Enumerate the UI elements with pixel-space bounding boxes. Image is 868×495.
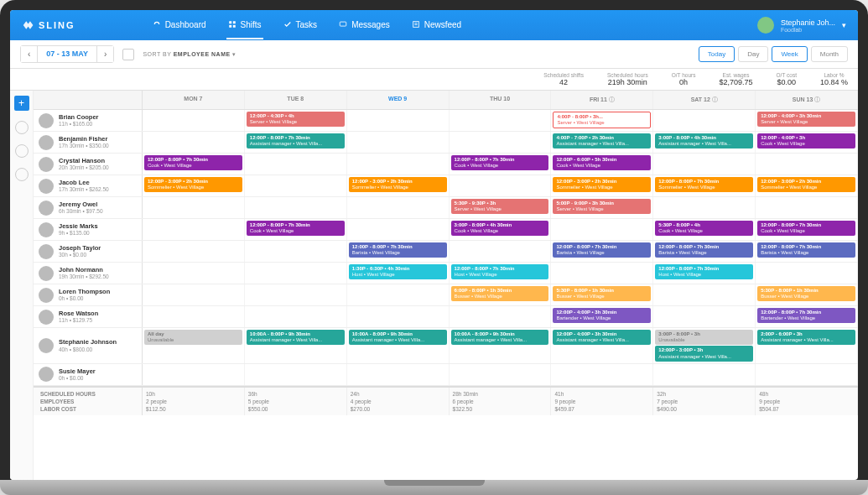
day-cell[interactable]: 10:00A - 8:00P • 9h 30minAssistant manag… (347, 328, 450, 363)
shift-block[interactable]: 12:00P - 3:00P • 3hAssistant manager • W… (655, 346, 753, 361)
shift-block[interactable]: 12:00P - 3:00P • 2h 30minSommelier • Wes… (757, 177, 855, 192)
day-header[interactable]: THU 10 (450, 91, 552, 109)
shift-block[interactable]: 12:00P - 4:00P • 3h 30minBartender • Wes… (553, 308, 651, 323)
day-cell[interactable]: 12:00P - 4:00P • 3h 30minServer • West V… (756, 110, 858, 131)
shift-block[interactable]: 12:00P - 3:00P • 2h 30minSommelier • Wes… (144, 177, 242, 192)
day-cell[interactable] (653, 284, 756, 305)
employee-cell[interactable]: Joseph Taylor30h • $0.00 (34, 241, 143, 262)
day-cell[interactable]: 5:30P - 8:00P • 1h 30minBusser • West Vi… (756, 284, 858, 305)
day-cell[interactable]: 12:00P - 3:00P • 2h 30minSommelier • Wes… (756, 175, 858, 196)
day-cell[interactable]: 12:00P - 8:00P • 7h 30minBarista • West … (551, 241, 653, 262)
prev-week-button[interactable]: ‹ (21, 46, 37, 62)
nav-tasks[interactable]: Tasks (282, 12, 320, 39)
shift-block[interactable]: 12:00P - 8:00P • 7h 30minBarista • West … (349, 242, 447, 258)
day-cell[interactable] (450, 241, 552, 262)
shift-block[interactable]: 10:00A - 8:00P • 9h 30minAssistant manag… (451, 330, 549, 345)
employee-cell[interactable]: Brian Cooper11h • $165.00 (34, 110, 143, 131)
employee-cell[interactable]: Loren Thompson0h • $0.00 (34, 284, 143, 305)
day-header[interactable]: SUN 13 ⓘ (756, 91, 858, 109)
employee-cell[interactable]: Benjamin Fisher17h 30min • $350.00 (34, 132, 143, 153)
day-cell[interactable]: 2:00P - 6:00P • 3hAssistant manager • We… (756, 328, 858, 363)
day-cell[interactable]: 3:00P - 8:00P • 4h 30minCook • West Vill… (450, 219, 552, 240)
shift-block[interactable]: 10:00A - 8:00P • 9h 30minAssistant manag… (349, 330, 447, 345)
nav-dashboard[interactable]: Dashboard (151, 12, 208, 39)
day-cell[interactable] (245, 284, 347, 305)
day-cell[interactable] (450, 306, 552, 327)
day-cell[interactable]: 12:00P - 4:30P • 4hServer • West Village (245, 110, 347, 131)
day-cell[interactable] (245, 263, 347, 284)
day-cell[interactable]: 10:00A - 8:00P • 9h 30minAssistant manag… (450, 328, 552, 363)
day-cell[interactable]: 12:00P - 6:00P • 5h 30minCook • West Vil… (551, 154, 653, 175)
day-cell[interactable]: 1:30P - 6:30P • 4h 30minHost • West Vill… (347, 263, 450, 284)
day-cell[interactable] (143, 197, 245, 218)
day-cell[interactable]: 12:00P - 8:00P • 7h 30minBarista • West … (653, 241, 756, 262)
day-cell[interactable] (347, 110, 450, 131)
employee-cell[interactable]: Susie Mayer0h • $0.00 (34, 364, 143, 385)
today-button[interactable]: Today (699, 46, 735, 62)
day-cell[interactable]: 12:00P - 8:00P • 7h 30minAssistant manag… (245, 132, 347, 153)
day-header[interactable]: TUE 8 (245, 91, 347, 109)
day-cell[interactable] (551, 219, 653, 240)
shift-block[interactable]: 2:00P - 6:00P • 3hAssistant manager • We… (757, 330, 855, 345)
shift-block[interactable]: 12:00P - 3:00P • 2h 30minSommelier • Wes… (553, 177, 651, 192)
next-week-button[interactable]: › (97, 46, 113, 62)
day-cell[interactable] (347, 132, 450, 153)
day-cell[interactable] (143, 132, 245, 153)
nav-messages[interactable]: Messages (337, 12, 392, 39)
day-cell[interactable] (551, 364, 653, 385)
day-cell[interactable] (347, 284, 450, 305)
day-header[interactable]: SAT 12 ⓘ (653, 91, 756, 109)
day-cell[interactable]: 3:00P - 8:00P • 3hUnavailable12:00P - 3:… (653, 328, 756, 363)
employee-cell[interactable]: John Normann19h 30min • $292.50 (34, 263, 143, 284)
day-cell[interactable] (143, 110, 245, 131)
day-cell[interactable]: 10:00A - 8:00P • 9h 30minAssistant manag… (245, 328, 347, 363)
day-cell[interactable]: 12:00P - 4:00P • 3hCook • West Village (756, 132, 858, 153)
day-cell[interactable] (551, 263, 653, 284)
day-cell[interactable]: 4:00P - 8:00P • 3h...Server • West Villa… (551, 110, 653, 131)
day-cell[interactable] (245, 175, 347, 196)
day-cell[interactable] (450, 132, 552, 153)
day-cell[interactable]: 5:30P - 8:00P • 4hCook • West Village (653, 219, 756, 240)
day-cell[interactable] (450, 110, 552, 131)
shift-block[interactable]: 12:00P - 8:00P • 7h 30minCook • West Vil… (144, 155, 242, 170)
day-header[interactable]: WED 9 (347, 91, 450, 109)
shift-block[interactable]: 3:00P - 8:00P • 3hUnavailable (655, 330, 753, 345)
day-cell[interactable] (756, 364, 858, 385)
day-cell[interactable] (245, 364, 347, 385)
shift-block[interactable]: 12:00P - 8:00P • 7h 30minCook • West Vil… (247, 221, 345, 236)
shift-block[interactable]: 12:00P - 4:00P • 3hCook • West Village (757, 133, 855, 148)
employee-cell[interactable]: Stephanie Johnson40h • $800.00 (34, 328, 143, 363)
day-cell[interactable]: 12:00P - 8:00P • 7h 30minBarista • West … (756, 241, 858, 262)
shift-block[interactable]: 4:00P - 7:00P • 2h 30minAssistant manage… (553, 133, 651, 148)
shift-block[interactable]: 12:00P - 3:00P • 2h 30minSommelier • Wes… (349, 177, 447, 192)
day-cell[interactable]: 5:30P - 9:30P • 3hServer • West Village (450, 197, 552, 218)
day-cell[interactable] (653, 197, 756, 218)
shift-block[interactable]: 12:00P - 8:00P • 7h 30minBarista • West … (757, 242, 855, 258)
day-cell[interactable]: 6:00P - 8:00P • 1h 30minBusser • West Vi… (450, 284, 552, 305)
add-shift-button[interactable]: + (14, 96, 29, 111)
shift-block[interactable]: 12:00P - 8:00P • 7h 30minHost • West Vil… (451, 264, 549, 279)
shift-block[interactable]: 12:00P - 8:00P • 7h 30minCook • West Vil… (451, 155, 549, 170)
day-cell[interactable]: 12:00P - 3:00P • 2h 30minSommelier • Wes… (143, 175, 245, 196)
week-view-button[interactable]: Week (772, 46, 807, 62)
day-cell[interactable] (347, 197, 450, 218)
day-header[interactable]: MON 7 (143, 91, 245, 109)
day-cell[interactable] (653, 110, 756, 131)
day-cell[interactable] (653, 306, 756, 327)
day-cell[interactable] (245, 197, 347, 218)
shift-block[interactable]: 5:30P - 8:00P • 4hCook • West Village (655, 221, 753, 236)
shift-block[interactable]: 5:00P - 9:00P • 3h 30minServer • West Vi… (553, 199, 651, 214)
day-cell[interactable]: 12:00P - 3:00P • 2h 30minSommelier • Wes… (347, 175, 450, 196)
shift-block[interactable]: 5:30P - 8:00P • 1h 30minBusser • West Vi… (553, 286, 651, 301)
employee-cell[interactable]: Jessie Marks9h • $135.00 (34, 219, 143, 240)
shift-block[interactable]: 12:00P - 4:30P • 4hServer • West Village (247, 112, 345, 127)
day-cell[interactable]: All dayUnavailable (143, 328, 245, 363)
day-cell[interactable]: 12:00P - 3:00P • 2h 30minSommelier • Wes… (551, 175, 653, 196)
day-cell[interactable] (245, 241, 347, 262)
employee-cell[interactable]: Jacob Lee17h 30min • $262.50 (34, 175, 143, 196)
day-cell[interactable] (143, 263, 245, 284)
day-cell[interactable] (756, 154, 858, 175)
day-cell[interactable] (347, 306, 450, 327)
shift-block[interactable]: 12:00P - 6:00P • 5h 30minCook • West Vil… (553, 155, 651, 170)
shift-block[interactable]: 12:00P - 4:00P • 3h 30minAssistant manag… (553, 330, 651, 345)
